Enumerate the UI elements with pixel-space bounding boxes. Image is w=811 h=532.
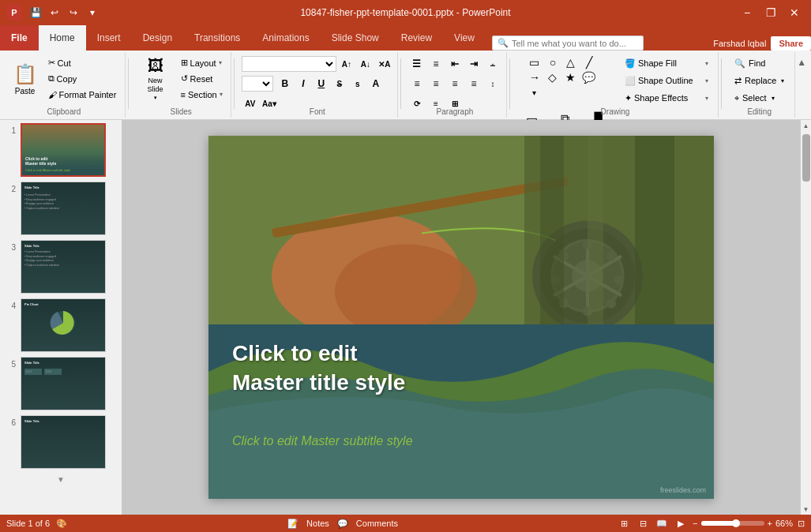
font-size-select[interactable]	[242, 76, 273, 92]
scroll-track[interactable]	[799, 131, 812, 504]
scroll-up-button[interactable]: ▲	[801, 120, 812, 131]
shape-arrow[interactable]: →	[526, 70, 543, 84]
layout-button[interactable]: ⊞ Layout ▾	[177, 55, 227, 70]
select-button[interactable]: ⌖ Select ▾	[729, 90, 780, 106]
slide-image-4[interactable]: Pie Chart	[21, 298, 106, 352]
zoom-out-button[interactable]: −	[693, 519, 697, 528]
tab-transitions[interactable]: Transitions	[183, 25, 251, 51]
tab-home[interactable]: Home	[39, 25, 86, 51]
clear-format-button[interactable]: ✕A	[376, 55, 393, 73]
cut-button[interactable]: ✂ Cut	[44, 55, 121, 70]
customize-quick-access-button[interactable]: ▾	[84, 4, 101, 21]
slide-show-button[interactable]: ▶	[674, 516, 688, 530]
bullets-button[interactable]: ☰	[408, 55, 426, 73]
line-spacing-button[interactable]: ↕	[484, 75, 501, 92]
tab-slideshow[interactable]: Slide Show	[321, 25, 390, 51]
shape-more[interactable]: ▾	[526, 85, 543, 99]
strikethrough-button[interactable]: S	[331, 75, 348, 92]
shape-callout[interactable]: 💬	[580, 70, 598, 84]
slide-title[interactable]: Click to edit Master title style	[232, 339, 405, 397]
comments-label[interactable]: Comments	[356, 519, 398, 528]
slide-thumb-2[interactable]: 2 Slide Title • Lorem Presentation• Keep…	[3, 182, 118, 235]
slide-thumb-1[interactable]: 1 Click to editMaster title style Click …	[3, 123, 118, 177]
undo-button[interactable]: ↩	[46, 4, 63, 21]
slide-thumb-5[interactable]: 5 Slide Title Col 1 Col 2	[3, 357, 118, 410]
slide-thumb-6[interactable]: 6 Slide Title	[3, 415, 118, 469]
shadow-button[interactable]: s	[349, 75, 366, 92]
reset-button[interactable]: ↺ Reset	[177, 71, 227, 86]
tab-file[interactable]: File	[0, 25, 39, 51]
slide-thumb-3[interactable]: 3 Slide Title • Lorem Presentation• Keep…	[3, 240, 118, 294]
underline-button[interactable]: U	[313, 75, 330, 92]
fit-to-window-button[interactable]: ⊡	[798, 519, 805, 529]
char-spacing-button[interactable]: AV	[242, 95, 259, 112]
shape-star[interactable]: ★	[562, 70, 580, 84]
shape-diamond[interactable]: ◇	[544, 70, 561, 84]
slide-sorter-button[interactable]: ⊟	[636, 516, 650, 530]
search-input[interactable]	[512, 39, 638, 48]
save-button[interactable]: 💾	[27, 4, 44, 21]
tab-design[interactable]: Design	[132, 25, 183, 51]
share-button[interactable]: Share	[771, 36, 811, 51]
slide-thumb-4[interactable]: 4 Pie Chart	[3, 298, 118, 352]
notes-button[interactable]: 📝	[286, 516, 300, 530]
slide-image-5[interactable]: Slide Title Col 1 Col 2	[21, 357, 106, 410]
comments-button[interactable]: 💬	[336, 516, 350, 530]
paste-button[interactable]: 📋 Paste	[8, 55, 43, 103]
shape-outline-button[interactable]: ⬜ Shape Outline ▾	[619, 73, 714, 88]
zoom-in-button[interactable]: +	[768, 519, 772, 528]
change-case-button[interactable]: Aa▾	[261, 95, 278, 112]
tab-view[interactable]: View	[443, 25, 486, 51]
close-button[interactable]: ✕	[784, 2, 805, 23]
slide-panel-scroll-down[interactable]: ▼	[3, 474, 118, 485]
slide-image-6[interactable]: Slide Title	[21, 415, 106, 469]
shape-effects-button[interactable]: ✦ Shape Effects ▾	[619, 90, 714, 106]
slide-subtitle[interactable]: Click to edit Master subtitle style	[232, 434, 413, 448]
find-button[interactable]: 🔍 Find	[729, 55, 771, 71]
restore-button[interactable]: ❐	[760, 2, 781, 23]
align-left-button[interactable]: ≡	[408, 75, 426, 92]
right-scrollbar[interactable]: ▲ ▼	[800, 120, 811, 515]
slide-image-1[interactable]: Click to editMaster title style Click to…	[21, 123, 106, 177]
scroll-down-button[interactable]: ▼	[801, 504, 812, 515]
font-family-select[interactable]	[242, 56, 336, 72]
tell-me-search[interactable]: 🔍	[492, 36, 644, 51]
decrease-font-button[interactable]: A↑	[338, 55, 355, 73]
numbering-button[interactable]: ≡	[427, 55, 445, 73]
font-color-button[interactable]: A	[367, 75, 385, 92]
format-painter-button[interactable]: 🖌 Format Painter	[44, 87, 121, 102]
scroll-thumb[interactable]	[802, 134, 810, 182]
align-center-button[interactable]: ≡	[427, 75, 445, 92]
new-slide-button[interactable]: 🖼 NewSlide ▾	[136, 55, 175, 103]
reading-view-button[interactable]: 📖	[655, 516, 669, 530]
notes-label[interactable]: Notes	[306, 519, 329, 528]
copy-button[interactable]: ⧉ Copy	[44, 71, 121, 86]
tab-animations[interactable]: Animations	[251, 25, 320, 51]
collapse-ribbon-button[interactable]: ▲	[795, 55, 808, 69]
bold-button[interactable]: B	[276, 75, 294, 92]
shape-line[interactable]: ╱	[580, 55, 598, 69]
slide-image-3[interactable]: Slide Title • Lorem Presentation• Keep a…	[21, 240, 106, 294]
slide-canvas[interactable]: Click to edit Master title style Click t…	[208, 136, 714, 499]
redo-button[interactable]: ↪	[65, 4, 82, 21]
slide-image-2[interactable]: Slide Title • Lorem Presentation• Keep a…	[21, 182, 106, 235]
decrease-indent-button[interactable]: ⇤	[446, 55, 464, 73]
shape-fill-button[interactable]: 🪣 Shape Fill ▾	[619, 55, 714, 71]
columns-button[interactable]: ⫠	[484, 55, 501, 73]
minimize-button[interactable]: −	[737, 2, 757, 23]
normal-view-button[interactable]: ⊞	[617, 516, 631, 530]
zoom-slider[interactable]	[701, 521, 764, 526]
increase-font-button[interactable]: A↓	[357, 55, 374, 73]
increase-indent-button[interactable]: ⇥	[465, 55, 482, 73]
tab-insert[interactable]: Insert	[86, 25, 132, 51]
shape-oval[interactable]: ○	[544, 55, 561, 69]
zoom-handle[interactable]	[732, 519, 740, 527]
justify-button[interactable]: ≡	[465, 75, 482, 92]
replace-button[interactable]: ⇄ Replace ▾	[729, 73, 790, 88]
section-button[interactable]: ≡ Section ▾	[177, 87, 227, 102]
text-direction-button[interactable]: ⟳	[408, 95, 426, 112]
align-right-button[interactable]: ≡	[446, 75, 464, 92]
tab-review[interactable]: Review	[390, 25, 443, 51]
shape-rect[interactable]: ▭	[526, 55, 543, 69]
italic-button[interactable]: I	[295, 75, 312, 92]
